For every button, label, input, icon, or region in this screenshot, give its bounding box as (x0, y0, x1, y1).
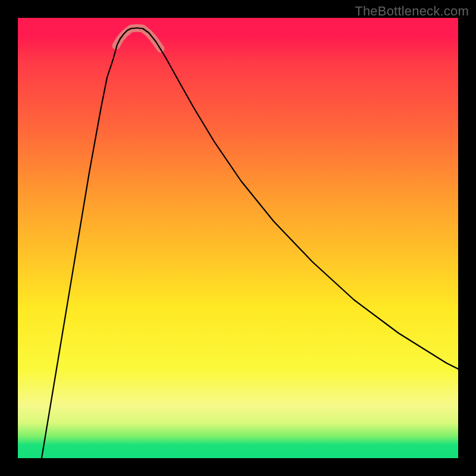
series-right-curve (137, 28, 458, 369)
chart-frame (18, 18, 458, 458)
watermark-text: TheBottleneck.com (355, 4, 469, 19)
series-left-curve (42, 28, 137, 458)
curve-svg (18, 18, 458, 458)
